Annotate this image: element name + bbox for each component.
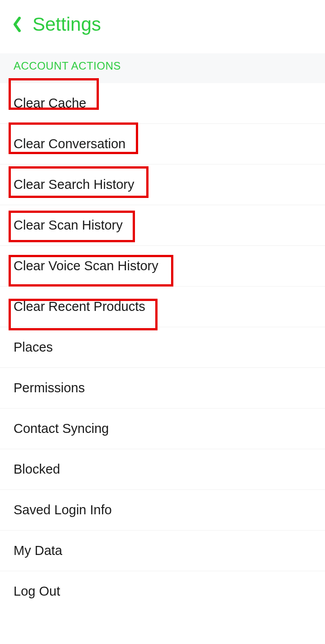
list-item-label: Clear Scan History (14, 218, 123, 232)
list-item-label: Blocked (14, 462, 60, 476)
list-item-label: Places (14, 340, 53, 354)
list-item-blocked[interactable]: Blocked (0, 449, 325, 490)
list-item-label: Clear Recent Products (14, 299, 145, 314)
list-item-clear-voice-scan-history[interactable]: Clear Voice Scan History (0, 246, 325, 287)
page-title: Settings (32, 14, 101, 35)
list-item-clear-scan-history[interactable]: Clear Scan History (0, 205, 325, 246)
section-header-account-actions: ACCOUNT ACTIONS (0, 53, 325, 83)
settings-list: Clear Cache Clear Conversation Clear Sea… (0, 83, 325, 611)
list-item-label: Clear Conversation (14, 136, 125, 151)
list-item-log-out[interactable]: Log Out (0, 571, 325, 611)
list-item-label: Clear Voice Scan History (14, 259, 158, 273)
list-item-clear-recent-products[interactable]: Clear Recent Products (0, 287, 325, 327)
list-item-label: Contact Syncing (14, 421, 109, 436)
list-item-label: My Data (14, 543, 62, 558)
list-item-contact-syncing[interactable]: Contact Syncing (0, 409, 325, 449)
list-item-label: Clear Cache (14, 96, 86, 110)
list-item-places[interactable]: Places (0, 327, 325, 368)
list-item-label: Permissions (14, 381, 85, 395)
list-item-clear-search-history[interactable]: Clear Search History (0, 165, 325, 205)
back-icon[interactable] (13, 17, 22, 32)
list-item-label: Log Out (14, 584, 60, 598)
list-item-saved-login-info[interactable]: Saved Login Info (0, 490, 325, 531)
list-item-label: Clear Search History (14, 177, 135, 192)
list-item-my-data[interactable]: My Data (0, 531, 325, 571)
settings-header: Settings (0, 0, 325, 53)
list-item-label: Saved Login Info (14, 503, 112, 517)
list-item-clear-cache[interactable]: Clear Cache (0, 83, 325, 124)
list-item-permissions[interactable]: Permissions (0, 368, 325, 409)
list-item-clear-conversation[interactable]: Clear Conversation (0, 124, 325, 165)
